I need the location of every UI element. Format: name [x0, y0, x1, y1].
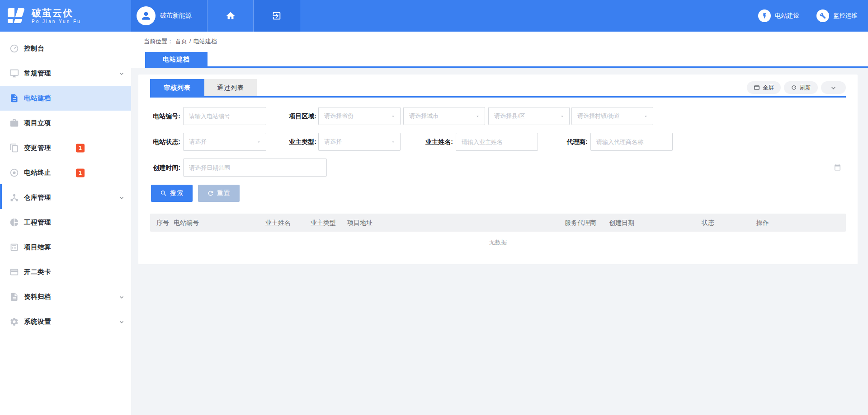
- column-header: 状态: [702, 214, 714, 232]
- card-toolbar: 全屏 刷新: [747, 81, 846, 94]
- town-select[interactable]: 请选择村镇/街道: [571, 107, 653, 125]
- nav-monitor-ops-label: 监控运维: [833, 12, 858, 20]
- target-icon: [9, 168, 19, 178]
- sidebar-item-project-settlement[interactable]: 项目结算: [0, 235, 131, 260]
- sidebar-item-station-filing[interactable]: 电站建档: [0, 86, 131, 111]
- card-tabstrip: 审核列表 通过列表 全屏 刷新: [150, 75, 846, 98]
- nav-monitor-ops[interactable]: 监控运维: [816, 9, 858, 22]
- search-button[interactable]: 搜索: [151, 185, 193, 202]
- sidebar-item-change-management[interactable]: 变更管理 1: [0, 135, 131, 160]
- status-badge: 1: [76, 168, 85, 177]
- filter-row-1: 电站编号: 项目区域: 请选择省份 请选择城市 请选择县/区: [150, 107, 846, 125]
- home-button[interactable]: [208, 0, 254, 32]
- sidebar-item-project-initiation[interactable]: 项目立项: [0, 111, 131, 135]
- agent-input[interactable]: [590, 133, 673, 151]
- caret-down-icon: [643, 114, 648, 119]
- monitor-icon: [9, 69, 19, 79]
- column-header: 电站编号: [174, 214, 199, 232]
- person-icon: [140, 10, 152, 22]
- content-card: 审核列表 通过列表 全屏 刷新: [138, 75, 858, 264]
- header-nav: 电站建设 监控运维: [758, 0, 868, 32]
- station-no-input[interactable]: [183, 107, 266, 125]
- station-no-label: 电站编号:: [150, 107, 180, 125]
- filter-actions: 搜索 重置: [150, 185, 846, 202]
- user-menu[interactable]: 破茧新能源: [131, 0, 208, 32]
- company-name: 破茧新能源: [160, 12, 192, 20]
- search-icon: [160, 190, 167, 197]
- top-header: 破茧云伏 Po Jian Yun Fu 破茧新能源: [0, 0, 868, 32]
- nav-station-build-label: 电站建设: [775, 12, 799, 20]
- region-label: 项目区域:: [286, 107, 316, 125]
- tab-review-list[interactable]: 审核列表: [150, 79, 204, 96]
- brand-text: 破茧云伏 Po Jian Yun Fu: [32, 8, 81, 23]
- gear-icon: [9, 317, 19, 327]
- sidebar-scroll-indicator[interactable]: [0, 184, 2, 209]
- column-header: 项目地址: [347, 214, 373, 232]
- breadcrumb: 当前位置： 首页 / 电站建档: [144, 37, 217, 46]
- created-time-label: 创建时间:: [150, 159, 180, 177]
- pages-icon: [9, 143, 19, 153]
- caret-down-icon: [560, 114, 565, 119]
- county-select[interactable]: 请选择县/区: [488, 107, 570, 125]
- lightning-icon: [758, 9, 771, 22]
- table-header: 序号 电站编号 业主姓名 业主类型 项目地址 服务代理商 创建日期 状态 操作: [150, 214, 846, 232]
- sidebar-item-warehouse-management[interactable]: 仓库管理: [0, 185, 131, 210]
- nav-station-build[interactable]: 电站建设: [758, 9, 799, 22]
- agent-label: 代理商:: [557, 133, 588, 151]
- briefcase-icon: [9, 118, 19, 128]
- sidebar-item-system-settings[interactable]: 系统设置: [0, 309, 131, 334]
- sidebar-item-data-archive[interactable]: 资料归档: [0, 284, 131, 309]
- calendar-icon: [834, 163, 841, 173]
- logout-icon: [272, 11, 282, 21]
- page-tab-station-filing[interactable]: 电站建档: [145, 52, 208, 66]
- sidebar-item-general-management[interactable]: 常规管理: [0, 61, 131, 86]
- owner-type-label: 业主类型:: [286, 133, 316, 151]
- brand-logo-icon: [8, 8, 26, 23]
- breadcrumb-home-link[interactable]: 首页: [175, 37, 187, 46]
- column-header: 操作: [756, 214, 769, 232]
- sidebar-item-second-type-card[interactable]: 开二类卡: [0, 260, 131, 284]
- tab-passed-list[interactable]: 通过列表: [204, 79, 257, 96]
- collapse-button[interactable]: [821, 81, 846, 94]
- sidebar: 控制台 常规管理 电站建档 项目立项: [0, 32, 131, 415]
- column-header: 序号: [156, 214, 169, 232]
- reset-button[interactable]: 重置: [198, 185, 240, 202]
- column-header: 业主姓名: [265, 214, 291, 232]
- province-select[interactable]: 请选择省份: [318, 107, 401, 125]
- sidebar-item-station-termination[interactable]: 电站终止 1: [0, 160, 131, 185]
- chevron-down-icon: [830, 85, 836, 91]
- column-header: 创建日期: [609, 214, 634, 232]
- owner-name-label: 业主姓名:: [421, 133, 453, 151]
- filter-form: 电站编号: 项目区域: 请选择省份 请选择城市 请选择县/区: [150, 107, 846, 177]
- date-range-input[interactable]: [183, 159, 327, 177]
- archive-doc-icon: [9, 292, 19, 302]
- owner-type-select[interactable]: 请选择: [318, 133, 401, 151]
- card-icon: [9, 267, 19, 277]
- reset-icon: [207, 190, 214, 197]
- chevron-down-icon: [119, 319, 124, 325]
- column-header: 服务代理商: [565, 214, 596, 232]
- sitemap-icon: [9, 193, 19, 203]
- document-icon: [9, 93, 19, 103]
- refresh-button[interactable]: 刷新: [784, 81, 818, 94]
- fullscreen-button[interactable]: 全屏: [747, 81, 781, 94]
- breadcrumb-strip: 当前位置： 首页 / 电站建档 电站建档: [131, 32, 868, 68]
- status-badge: 1: [76, 144, 85, 152]
- breadcrumb-prefix: 当前位置：: [144, 37, 173, 46]
- main-content: 当前位置： 首页 / 电站建档 电站建档 审核列表 通过列表 全屏 刷新: [131, 32, 868, 415]
- home-icon: [226, 11, 236, 21]
- chevron-down-icon: [119, 195, 124, 201]
- gauge-icon: [9, 44, 19, 54]
- owner-name-input[interactable]: [456, 133, 538, 151]
- logout-button[interactable]: [254, 0, 300, 32]
- chevron-down-icon: [119, 294, 124, 300]
- refresh-icon: [791, 84, 797, 91]
- station-status-label: 电站状态:: [150, 133, 180, 151]
- brand-area: 破茧云伏 Po Jian Yun Fu: [0, 0, 131, 32]
- avatar: [137, 6, 156, 25]
- sidebar-item-engineering-management[interactable]: 工程管理: [0, 210, 131, 235]
- station-status-select[interactable]: 请选择: [183, 133, 266, 151]
- wrench-icon: [816, 9, 829, 22]
- city-select[interactable]: 请选择城市: [403, 107, 485, 125]
- sidebar-item-console[interactable]: 控制台: [0, 36, 131, 61]
